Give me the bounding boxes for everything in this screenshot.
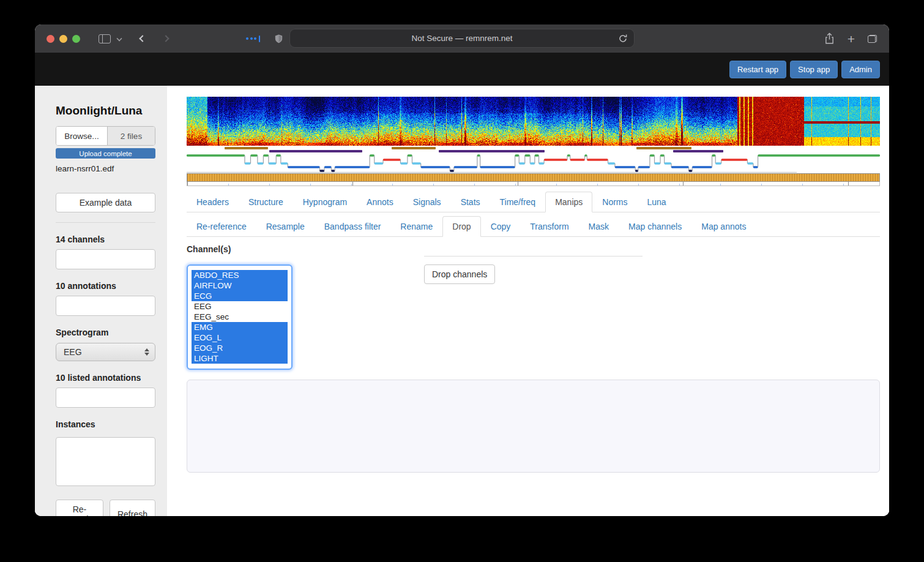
tab-luna[interactable]: Luna bbox=[638, 192, 676, 212]
close-window-icon[interactable] bbox=[47, 35, 54, 43]
new-tab-icon[interactable]: + bbox=[848, 32, 855, 45]
subtab-mask[interactable]: Mask bbox=[579, 216, 619, 236]
tab-group-icon[interactable] bbox=[246, 36, 260, 42]
tab-overview-icon[interactable] bbox=[868, 35, 877, 43]
tab-luna-link[interactable]: Luna bbox=[638, 192, 676, 212]
tab-signals-link[interactable]: Signals bbox=[403, 192, 451, 212]
example-data-button[interactable]: Example data bbox=[56, 193, 155, 212]
tab-headers[interactable]: Headers bbox=[187, 192, 239, 212]
channels-count-label: 14 channels bbox=[56, 234, 155, 244]
spectrogram-channel-select[interactable]: EEG bbox=[56, 343, 155, 361]
address-bar[interactable]: Not Secure — remnrem.net bbox=[289, 29, 635, 48]
subtab-drop-link[interactable]: Drop bbox=[442, 216, 480, 237]
subtab-re-reference-link[interactable]: Re-reference bbox=[187, 216, 256, 237]
subtab-mask-link[interactable]: Mask bbox=[579, 216, 619, 237]
back-icon[interactable] bbox=[139, 35, 146, 42]
reload-icon[interactable] bbox=[618, 34, 628, 43]
tab-annots[interactable]: Annots bbox=[357, 192, 403, 212]
annotations-filter-input[interactable] bbox=[56, 296, 155, 316]
subtab-drop[interactable]: Drop bbox=[442, 216, 480, 236]
chevron-down-icon[interactable] bbox=[116, 36, 122, 41]
upload-progress-bar: Upload complete bbox=[56, 148, 155, 159]
tab-manips[interactable]: Manips bbox=[545, 192, 592, 212]
tab-annots-link[interactable]: Annots bbox=[357, 192, 403, 212]
tab-headers-link[interactable]: Headers bbox=[187, 192, 239, 212]
channel-option-eeg-sec[interactable]: EEG_sec bbox=[192, 312, 288, 322]
channel-option-abdo-res[interactable]: ABDO_RES bbox=[192, 270, 288, 280]
instances-label: Instances bbox=[56, 419, 155, 429]
subtab-bandpass-filter[interactable]: Bandpass filter bbox=[315, 216, 391, 236]
listed-annotations-input[interactable] bbox=[56, 388, 155, 408]
channel-option-eog-r[interactable]: EOG_R bbox=[192, 343, 288, 353]
hypnogram-plot bbox=[187, 153, 880, 173]
annotation-bar bbox=[225, 147, 267, 149]
sidebar-toggle-icon[interactable] bbox=[99, 34, 111, 43]
privacy-shield-icon[interactable] bbox=[274, 33, 284, 45]
tab-structure-link[interactable]: Structure bbox=[239, 192, 293, 212]
channel-option-eeg[interactable]: EEG bbox=[192, 301, 288, 312]
tab-signals[interactable]: Signals bbox=[403, 192, 451, 212]
sidebar-divider bbox=[56, 222, 155, 223]
refresh-button[interactable]: Refresh bbox=[110, 500, 155, 516]
subtab-bandpass-filter-link[interactable]: Bandpass filter bbox=[315, 216, 391, 237]
lights-band bbox=[187, 173, 880, 182]
channel-option-emg[interactable]: EMG bbox=[192, 322, 288, 332]
drop-channels-button[interactable]: Drop channels bbox=[424, 264, 495, 284]
subtab-transform[interactable]: Transform bbox=[520, 216, 578, 236]
subtab-transform-link[interactable]: Transform bbox=[520, 216, 578, 237]
tab-structure[interactable]: Structure bbox=[239, 192, 293, 212]
subtab-copy[interactable]: Copy bbox=[481, 216, 521, 236]
uploaded-file-name: learn-nsrr01.edf bbox=[56, 164, 155, 173]
browse-button[interactable]: Browse... bbox=[56, 127, 108, 145]
file-upload-control: Browse... 2 files bbox=[56, 126, 155, 146]
panel-divider bbox=[424, 256, 643, 257]
channel-multiselect[interactable]: ABDO_RESAIRFLOWECGEEGEEG_secEMGEOG_LEOG_… bbox=[187, 264, 292, 370]
tab-norms[interactable]: Norms bbox=[592, 192, 637, 212]
subtab-copy-link[interactable]: Copy bbox=[481, 216, 521, 237]
browser-mid-icons bbox=[246, 24, 284, 53]
annotation-bar bbox=[269, 150, 362, 152]
file-count-field: 2 files bbox=[108, 127, 155, 145]
restart-app-button[interactable]: Restart app bbox=[729, 61, 786, 78]
share-icon[interactable] bbox=[824, 32, 835, 45]
tab-stats-link[interactable]: Stats bbox=[451, 192, 490, 212]
spectrogram-channel-value: EEG bbox=[64, 347, 82, 357]
page-body: Moonlight/Luna Browse... 2 files Upload … bbox=[35, 86, 889, 516]
tab-time-freq[interactable]: Time/freq bbox=[490, 192, 546, 212]
channels-filter-input[interactable] bbox=[56, 249, 155, 269]
channel-option-ecg[interactable]: ECG bbox=[192, 291, 288, 301]
tab-hypnogram-link[interactable]: Hypnogram bbox=[293, 192, 357, 212]
drop-tab-panel: Channel(s) ABDO_RESAIRFLOWECGEEGEEG_secE… bbox=[187, 244, 880, 473]
tab-norms-link[interactable]: Norms bbox=[592, 192, 637, 212]
subtab-map-annots[interactable]: Map annots bbox=[691, 216, 756, 236]
annotation-bar bbox=[673, 150, 723, 152]
tab-hypnogram[interactable]: Hypnogram bbox=[293, 192, 357, 212]
subtab-rename-link[interactable]: Rename bbox=[390, 216, 442, 237]
instances-box[interactable] bbox=[56, 437, 155, 486]
minimize-window-icon[interactable] bbox=[59, 35, 67, 43]
subtab-resample-link[interactable]: Resample bbox=[256, 216, 315, 237]
listed-annotations-label: 10 listed annotations bbox=[56, 373, 155, 383]
spectrogram-plot bbox=[187, 97, 880, 146]
tab-manips-link[interactable]: Manips bbox=[545, 192, 592, 212]
tab-stats[interactable]: Stats bbox=[451, 192, 490, 212]
subtab-resample[interactable]: Resample bbox=[256, 216, 315, 236]
tab-time-freq-link[interactable]: Time/freq bbox=[490, 192, 546, 212]
re-epoch-button[interactable]: Re-epoch bbox=[56, 500, 103, 516]
subtab-rename[interactable]: Rename bbox=[390, 216, 442, 236]
subtab-re-reference[interactable]: Re-reference bbox=[187, 216, 256, 236]
channel-option-light[interactable]: LIGHT bbox=[192, 353, 288, 364]
stop-app-button[interactable]: Stop app bbox=[790, 61, 838, 78]
drop-controls-row: ABDO_RESAIRFLOWECGEEGEEG_secEMGEOG_LEOG_… bbox=[187, 264, 880, 370]
traffic-lights bbox=[47, 35, 80, 43]
admin-button[interactable]: Admin bbox=[841, 61, 880, 78]
zoom-window-icon[interactable] bbox=[72, 35, 80, 43]
spectrogram-label: Spectrogram bbox=[56, 328, 155, 337]
subtab-map-channels-link[interactable]: Map channels bbox=[619, 216, 691, 237]
subtab-map-channels[interactable]: Map channels bbox=[619, 216, 691, 236]
channel-option-airflow[interactable]: AIRFLOW bbox=[192, 280, 288, 291]
select-stepper-icon bbox=[144, 348, 149, 356]
subtab-map-annots-link[interactable]: Map annots bbox=[691, 216, 756, 237]
app-header: Restart app Stop app Admin bbox=[35, 53, 889, 86]
channel-option-eog-l[interactable]: EOG_L bbox=[192, 332, 288, 343]
